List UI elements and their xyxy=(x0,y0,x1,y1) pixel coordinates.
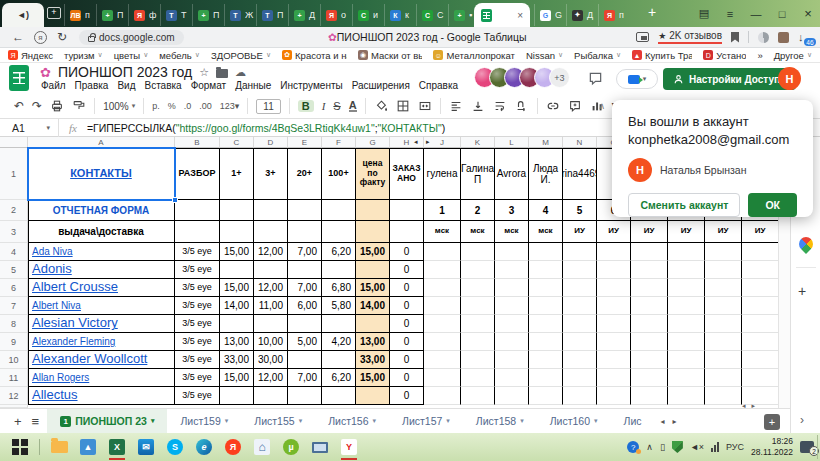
grid-cell[interactable] xyxy=(597,387,631,405)
grid-cell[interactable] xyxy=(461,333,495,351)
protect-icon[interactable] xyxy=(758,32,769,43)
font-size-select[interactable]: 11 xyxy=(256,99,280,114)
grid-cell[interactable] xyxy=(563,243,597,261)
text-color-button[interactable]: A xyxy=(349,100,357,112)
grid-cell[interactable] xyxy=(356,387,390,405)
sheet-tab[interactable]: Лист157▾ xyxy=(389,409,463,434)
grid-cell[interactable]: 30,00 xyxy=(254,351,288,369)
explore-button[interactable]: + xyxy=(764,414,780,430)
grid-cell[interactable] xyxy=(529,297,563,315)
show-desktop-button[interactable] xyxy=(817,435,818,459)
grid-cell[interactable] xyxy=(461,279,495,297)
grid-cell[interactable]: 0 xyxy=(390,369,424,387)
minimize-button[interactable]: — xyxy=(744,0,768,27)
grid-cell[interactable] xyxy=(597,279,631,297)
pinned-tab[interactable]: Яо xyxy=(320,4,352,26)
pinned-tab[interactable]: Кк xyxy=(384,4,416,26)
grid-cell[interactable]: 6,00 xyxy=(288,297,322,315)
grid-cell[interactable]: 3/5 eye xyxy=(175,351,220,369)
new-tab-button[interactable]: + xyxy=(648,4,656,20)
grid-cell[interactable]: 3/5 eye xyxy=(175,369,220,387)
grid-cell[interactable] xyxy=(424,297,461,315)
downloads-icon[interactable]: ↓46 xyxy=(798,31,812,43)
grid-cell[interactable] xyxy=(495,315,529,333)
sheet-tab-active[interactable]: 1ПИОНШОП 23▾ xyxy=(47,409,167,434)
grid-cell[interactable] xyxy=(529,333,563,351)
menu-расширения[interactable]: Расширения xyxy=(352,80,410,91)
grid-cell[interactable]: 12,00 xyxy=(254,243,288,261)
insert-comment-icon[interactable] xyxy=(568,99,582,113)
column-header[interactable]: F xyxy=(322,137,356,148)
italic-button[interactable]: I xyxy=(322,100,326,112)
grid-cell[interactable] xyxy=(705,351,742,369)
grid-cell[interactable] xyxy=(424,369,461,387)
grid-cell[interactable]: Alexander Fleming xyxy=(28,333,175,351)
insert-link-icon[interactable] xyxy=(546,99,560,113)
menu-данные[interactable]: Данные xyxy=(235,80,271,91)
grid-cell[interactable]: 14,00 xyxy=(356,297,390,315)
grid-cell[interactable]: КОНТАКТЫ xyxy=(28,148,175,200)
bookmark-item[interactable]: ЯЯндекс xyxy=(8,50,53,61)
grid-cell[interactable] xyxy=(461,369,495,387)
grid-cell[interactable] xyxy=(495,243,529,261)
bookmark-item[interactable]: Рыбалка∨ xyxy=(574,50,621,61)
row-header[interactable]: 8 xyxy=(0,315,28,333)
audio-tab[interactable]: ◄) xyxy=(2,3,44,27)
grid-cell[interactable]: 10,00 xyxy=(254,333,288,351)
grid-cell[interactable]: мск xyxy=(529,221,563,243)
grid-cell[interactable] xyxy=(322,351,356,369)
sheet-tab[interactable]: Лист159▾ xyxy=(167,409,241,434)
grid-cell[interactable] xyxy=(563,387,597,405)
show-hidden-icons[interactable]: ∧ xyxy=(646,442,653,452)
grid-cell[interactable]: 33,00 xyxy=(220,351,254,369)
grid-cell[interactable]: мск xyxy=(495,221,529,243)
grid-cell[interactable] xyxy=(495,351,529,369)
grid-cell[interactable] xyxy=(529,243,563,261)
collaborators-more[interactable]: +3 xyxy=(549,67,570,88)
grid-cell[interactable] xyxy=(631,351,668,369)
grid-cell[interactable] xyxy=(495,297,529,315)
grid-cell[interactable] xyxy=(461,387,495,405)
menu-правка[interactable]: Правка xyxy=(75,80,109,91)
grid-cell[interactable] xyxy=(705,369,742,387)
clock[interactable]: 18:2628.11.2022 xyxy=(751,436,793,457)
row-header[interactable]: 12 xyxy=(0,387,28,405)
grid-cell[interactable] xyxy=(529,279,563,297)
language-indicator[interactable]: РУС xyxy=(726,442,744,452)
grid-cell[interactable] xyxy=(529,315,563,333)
grid-cell[interactable]: 2 xyxy=(461,200,495,221)
grid-cell[interactable] xyxy=(424,243,461,261)
grid-cell[interactable]: 1+ xyxy=(220,148,254,200)
grid-cell[interactable]: РАЗБОР xyxy=(175,148,220,200)
grid-cell[interactable]: 0 xyxy=(390,315,424,333)
pinned-tab[interactable]: Яф xyxy=(128,4,160,26)
grid-cell[interactable] xyxy=(495,261,529,279)
grid-cell[interactable] xyxy=(597,243,631,261)
grid-cell[interactable]: 3/5 eye xyxy=(175,297,220,315)
grid-cell[interactable] xyxy=(288,351,322,369)
grid-cell[interactable]: 1 xyxy=(424,200,461,221)
grid-cell[interactable]: 15,00 xyxy=(356,279,390,297)
pinned-tab[interactable]: ТТ xyxy=(160,4,192,26)
pinned-tab[interactable]: СС xyxy=(416,4,448,26)
grid-cell[interactable]: 4,20 xyxy=(322,333,356,351)
grid-cell[interactable] xyxy=(322,315,356,333)
bold-button[interactable]: B xyxy=(298,100,314,112)
grid-cell[interactable]: 100+ xyxy=(322,148,356,200)
grid-cell[interactable] xyxy=(563,279,597,297)
grid-cell[interactable] xyxy=(220,261,254,279)
grid-cell[interactable]: Albert Crousse xyxy=(28,279,175,297)
format-currency[interactable]: р. xyxy=(152,101,160,111)
yandex-browser-icon[interactable]: Y xyxy=(339,437,359,457)
grid-cell[interactable]: 7,00 xyxy=(288,243,322,261)
grid-cell[interactable] xyxy=(495,333,529,351)
grid-cell[interactable]: Albert Niva xyxy=(28,297,175,315)
grid-cell[interactable]: 0 xyxy=(390,279,424,297)
computer-icon[interactable] xyxy=(310,437,330,457)
column-header[interactable]: H xyxy=(390,137,424,148)
url-field[interactable]: docs.google.com xyxy=(79,30,184,45)
grid-cell[interactable] xyxy=(175,221,220,243)
column-header[interactable]: E xyxy=(288,137,322,148)
row-header[interactable]: 2 xyxy=(0,200,28,221)
menu-справка[interactable]: Справка xyxy=(419,80,458,91)
